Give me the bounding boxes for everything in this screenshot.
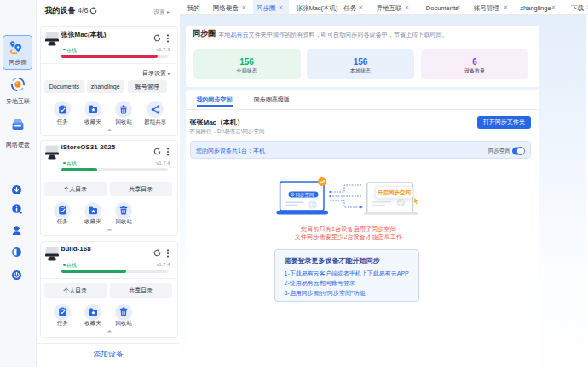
svg-text:同步空间: 同步空间: [296, 192, 314, 198]
